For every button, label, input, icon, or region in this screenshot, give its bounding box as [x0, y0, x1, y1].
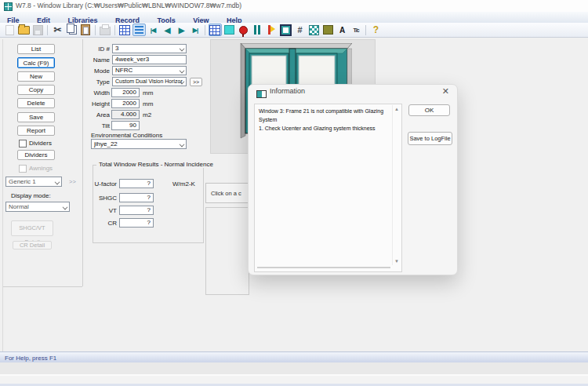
tilt-label: Tilt [85, 122, 110, 129]
area-unit: m2 [143, 111, 151, 118]
mode-select[interactable]: NFRC [112, 66, 187, 75]
type-select[interactable]: Custom Dual Vision Horizor [112, 77, 187, 86]
last-record-icon[interactable]: ▶| [189, 24, 202, 36]
tilt-input[interactable]: 90 [111, 121, 140, 130]
save-icon [31, 24, 45, 36]
chevron-down-icon [63, 204, 68, 209]
chevron-down-icon [55, 179, 60, 184]
toolbar: ✂|◀◀▶▶|#AT/c? [0, 23, 588, 38]
material-library-icon[interactable] [321, 24, 335, 36]
scroll-down-icon[interactable]: ▼ [393, 259, 401, 264]
toolbar-separator [47, 25, 48, 35]
copy-button[interactable]: Copy [17, 85, 55, 95]
grid-toggle-icon[interactable]: # [293, 24, 307, 36]
taskbar-strip [0, 376, 588, 384]
vt-field: ? [119, 206, 154, 215]
first-record-icon[interactable]: |◀ [147, 24, 160, 36]
report-button[interactable]: Report [17, 126, 55, 136]
prev-record-icon[interactable]: ◀ [161, 24, 174, 36]
dialog-message: Window 3: Frame 21 is not compatible wit… [259, 107, 389, 133]
vt-label: VT [91, 207, 117, 214]
divider-library-icon[interactable] [265, 24, 278, 36]
next-record-icon[interactable]: ▶ [175, 24, 188, 36]
frame-type-select[interactable]: Generic 1 [5, 177, 62, 187]
height-input[interactable]: 2000 [111, 99, 140, 108]
dividers-button[interactable]: Dividers [17, 150, 55, 160]
open-icon[interactable] [17, 24, 31, 36]
type-label: Type [85, 78, 110, 86]
copy-icon[interactable] [65, 24, 78, 36]
toolbar-separator [114, 25, 115, 35]
save-button[interactable]: Save [17, 112, 55, 122]
information-dialog: Information ✕ Window 3: Frame 21 is not … [248, 84, 458, 275]
cut-icon[interactable]: ✂ [51, 24, 64, 36]
type-value: Custom Dual Vision Horizor [115, 78, 183, 84]
id-value: 3 [115, 45, 118, 52]
frame-library-icon[interactable] [251, 24, 264, 36]
left-panel-border [82, 39, 83, 286]
cr-field: ? [119, 218, 154, 228]
component-hint-box: Click on a c [205, 183, 249, 203]
dividers-checkbox-label: Dividers [29, 140, 52, 147]
width-input[interactable]: 2000 [111, 88, 140, 97]
text-annotation-icon[interactable]: A [336, 24, 349, 36]
u-factor-field: ? [119, 179, 154, 188]
vertical-scrollbar[interactable]: ▲ ▼ [392, 105, 401, 265]
frame-expand-button: >> [69, 178, 76, 185]
type-expand-button[interactable]: >> [190, 78, 202, 86]
display-mode-label: Display mode: [11, 192, 51, 199]
height-unit: mm [143, 100, 153, 107]
status-bar: For Help, press F1 [0, 351, 588, 362]
close-icon[interactable]: ✕ [442, 86, 449, 96]
dividers-checkbox[interactable] [19, 140, 27, 147]
help-icon[interactable]: ? [369, 24, 383, 36]
name-label: Name [85, 56, 110, 64]
table-view-icon[interactable] [118, 24, 132, 36]
component-hint-text: Click on a c [211, 190, 241, 197]
app-window: W7.8 - Window Library (C:₩Users₩Public₩L… [0, 0, 588, 386]
paste-icon[interactable] [79, 24, 93, 36]
list-button[interactable]: List [17, 44, 55, 54]
new-button[interactable]: New [17, 71, 55, 82]
chevron-down-icon [180, 68, 185, 74]
display-mode-select[interactable]: Normal [5, 202, 70, 212]
name-input[interactable]: 4week_ver3 [112, 55, 187, 64]
u-factor-unit: W/m2-K [172, 180, 195, 188]
cr-label: CR [91, 220, 117, 227]
optics-icon[interactable]: T/c [350, 24, 363, 36]
dialog-title: Information [270, 87, 305, 95]
toolbar-separator [365, 25, 366, 35]
width-unit: mm [143, 89, 153, 96]
shgc-label: SHGC [91, 195, 117, 202]
shading-library-icon[interactable] [307, 24, 321, 36]
area-field: 4.000 [111, 110, 140, 119]
window-left-edge [2, 39, 3, 351]
id-select[interactable]: 3 [112, 44, 187, 53]
display-mode-value: Normal [9, 203, 29, 210]
calc-button[interactable]: Calc (F9) [17, 57, 55, 68]
list-view-icon[interactable] [132, 24, 146, 36]
dialog-app-icon [256, 90, 267, 98]
area-label: Area [85, 111, 110, 118]
glazing-system-library-icon[interactable] [223, 24, 236, 36]
horizontal-scrollbar[interactable] [257, 267, 390, 268]
app-icon [4, 2, 13, 11]
mode-label: Mode [85, 67, 110, 75]
environment-library-icon[interactable] [279, 24, 292, 36]
save-to-logfile-button[interactable]: Save to LogFile [408, 132, 452, 145]
window-library-icon[interactable] [209, 24, 222, 36]
frame-type-value: Generic 1 [9, 178, 36, 185]
dialog-message-box[interactable]: Window 3: Frame 21 is not compatible wit… [254, 104, 402, 272]
results-group-box [93, 165, 204, 243]
environmental-conditions-select[interactable]: jihye_22 [91, 139, 187, 149]
shgc-field: ? [119, 193, 154, 202]
menu-bar: File Edit Libraries Record Tools View He… [0, 12, 588, 24]
left-panel-bottom-border [3, 286, 82, 287]
height-label: Height [85, 100, 110, 107]
scroll-up-icon[interactable]: ▲ [393, 107, 401, 111]
window-bottom-edge [0, 362, 588, 374]
delete-button[interactable]: Delete [17, 98, 55, 108]
awnings-checkbox-label: Awnings [29, 165, 53, 172]
ok-button[interactable]: OK [408, 104, 450, 116]
gas-library-icon[interactable] [237, 24, 250, 36]
